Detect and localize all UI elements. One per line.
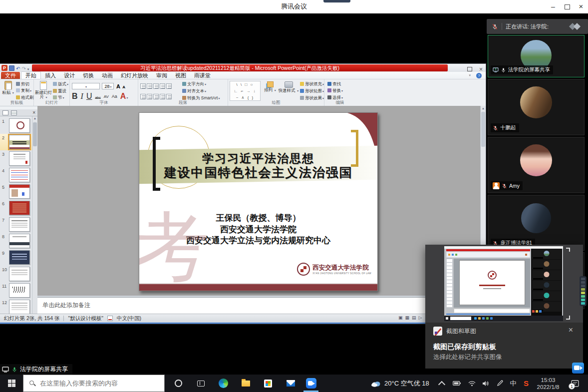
outline-tab-icon[interactable] xyxy=(11,110,17,115)
taskbar-clock[interactable]: 15:03 2022/1/8 xyxy=(532,375,564,392)
tab-animations[interactable]: 动画 xyxy=(98,72,117,79)
cortana-button[interactable] xyxy=(168,375,189,392)
language-indicator[interactable]: 中文(中国) xyxy=(117,315,141,322)
search-input[interactable] xyxy=(40,380,159,387)
slide-thumbnail-1[interactable]: 1 xyxy=(0,117,32,134)
meeting-collapsed-toolbar-tab[interactable] xyxy=(323,0,350,2)
slides-tab-icon[interactable] xyxy=(2,110,8,115)
tab-rain-classroom[interactable]: 雨课堂 xyxy=(190,72,215,79)
normal-view-icon[interactable] xyxy=(398,315,403,320)
tab-file[interactable]: 文件 xyxy=(1,72,20,79)
justify-icon[interactable] xyxy=(160,94,165,99)
floating-meeting-icon[interactable] xyxy=(572,363,584,374)
decrease-indent-icon[interactable] xyxy=(153,83,159,89)
toast-close-icon[interactable] xyxy=(569,326,573,335)
powerpoint-logo-icon[interactable]: P xyxy=(1,65,7,71)
speaker-icon[interactable] xyxy=(479,375,492,392)
save-icon[interactable] xyxy=(9,65,14,71)
start-button[interactable] xyxy=(0,375,23,392)
slide-thumbnail-5[interactable]: 5 xyxy=(0,183,32,200)
slide-thumbnail-7[interactable]: 7 xyxy=(0,216,32,233)
action-center-button[interactable]: 1 xyxy=(565,375,585,392)
spellcheck-icon[interactable] xyxy=(107,316,113,321)
maximize-button[interactable] xyxy=(560,0,574,13)
scrollbar-thumb[interactable] xyxy=(481,112,485,147)
line-spacing-icon[interactable] xyxy=(166,83,172,89)
find-button[interactable]: 查找 xyxy=(327,81,343,87)
participant-tile[interactable]: 十鹏起 xyxy=(488,79,585,135)
shrink-font-icon[interactable] xyxy=(122,81,125,90)
slide-canvas[interactable]: 学习习近平法治思想 建设中国特色社会主义法治强国 王保民（教授、博导） 西安交通… xyxy=(139,112,378,291)
scrollbar-thumb[interactable] xyxy=(33,122,37,146)
participant-tile-sharer[interactable]: 法学院的屏幕共享 xyxy=(488,35,585,77)
taskbar-search-box[interactable] xyxy=(23,375,165,392)
align-text-button[interactable]: 对齐文本 xyxy=(182,88,220,95)
slide-thumbnail-8[interactable]: 8 xyxy=(0,233,32,249)
change-case-icon[interactable]: Aa xyxy=(112,94,117,99)
screen-share-badge[interactable]: 法学院的屏幕共享 xyxy=(0,364,72,375)
tab-review[interactable]: 审阅 xyxy=(152,72,171,79)
layout-button[interactable]: 版式 xyxy=(53,81,68,88)
font-size-combobox[interactable]: 28 xyxy=(102,83,114,89)
tab-view[interactable]: 视图 xyxy=(171,72,190,79)
char-spacing-icon[interactable]: AV xyxy=(104,94,109,99)
slide-thumbnail-11[interactable]: 11 xyxy=(0,282,32,299)
undo-icon[interactable] xyxy=(16,63,20,72)
new-slide-button[interactable]: 新建幻灯片 xyxy=(35,81,52,100)
tab-slideshow[interactable]: 幻灯片放映 xyxy=(117,72,152,79)
pen-icon[interactable] xyxy=(493,375,506,392)
tab-home[interactable]: 开始 xyxy=(21,71,41,79)
tencent-meeting-taskbar-button[interactable] xyxy=(300,375,321,392)
help-icon[interactable] xyxy=(476,73,482,78)
tab-insert[interactable]: 插入 xyxy=(41,72,60,79)
slide-thumbnail-3[interactable]: 3 xyxy=(0,150,32,167)
align-left-icon[interactable] xyxy=(140,94,146,99)
font-name-combobox[interactable] xyxy=(72,83,100,89)
close-button[interactable] xyxy=(574,0,588,13)
replace-button[interactable]: 替换 xyxy=(327,87,343,94)
shape-outline-button[interactable]: 形状轮廓 xyxy=(300,88,324,95)
taskbar-weather[interactable]: 20°C 空气优 18 xyxy=(367,375,433,392)
battery-icon[interactable] xyxy=(450,375,463,392)
wifi-icon[interactable] xyxy=(465,375,478,392)
notes-pane[interactable]: 单击此处添加备注 xyxy=(37,297,480,314)
reset-button[interactable]: 重设 xyxy=(53,88,68,94)
slide-thumbnail-4[interactable]: 4 xyxy=(0,167,32,183)
tab-design[interactable]: 设计 xyxy=(60,72,79,79)
screenshot-toast[interactable]: 截图和草图 截图已保存到剪贴板 选择此处标记并共享图像 xyxy=(425,245,583,369)
bullets-icon[interactable] xyxy=(140,83,146,89)
participant-tile[interactable]: Amy xyxy=(488,137,585,193)
scroll-up-icon[interactable] xyxy=(32,117,37,120)
tab-transitions[interactable]: 切换 xyxy=(79,72,98,79)
align-center-icon[interactable] xyxy=(147,94,152,99)
cut-button[interactable]: 剪切 xyxy=(16,81,34,87)
ime-indicator[interactable]: 中 xyxy=(507,375,519,392)
task-view-button[interactable] xyxy=(190,375,211,392)
panel-close-icon[interactable] xyxy=(32,110,35,115)
panel-scrollbar[interactable] xyxy=(32,116,37,314)
shapes-gallery[interactable] xyxy=(230,81,261,101)
grow-font-icon[interactable] xyxy=(116,81,120,90)
scroll-up-icon[interactable] xyxy=(481,107,486,110)
slide-thumbnail-10[interactable]: 10 xyxy=(0,266,32,282)
screenshot-preview-image[interactable] xyxy=(444,246,563,321)
copy-button[interactable]: 复制 xyxy=(16,87,34,94)
ribbon-collapse-icon[interactable] xyxy=(469,73,471,77)
participant-tile[interactable]: 庞正博法学81 xyxy=(488,195,585,251)
arrange-button[interactable]: 排列 xyxy=(263,81,277,93)
minimize-button[interactable] xyxy=(546,0,560,13)
slide-thumbnail-6[interactable]: 6 xyxy=(0,200,32,216)
slide-thumbnail-12[interactable]: 12 xyxy=(0,299,32,315)
columns-icon[interactable] xyxy=(166,94,172,99)
increase-indent-icon[interactable] xyxy=(160,83,165,89)
edge-button[interactable] xyxy=(213,375,234,392)
file-explorer-button[interactable] xyxy=(235,375,256,392)
microsoft-store-button[interactable] xyxy=(258,375,279,392)
numbering-icon[interactable] xyxy=(147,83,152,89)
shape-fill-button[interactable]: 形状填充 xyxy=(300,81,324,88)
reading-view-icon[interactable] xyxy=(412,315,416,320)
tray-expand-chevron-icon[interactable] xyxy=(435,375,448,392)
slide-thumbnail-9[interactable]: 9 xyxy=(0,249,32,266)
text-direction-button[interactable]: 文字方向 xyxy=(182,81,220,88)
paste-button[interactable]: 粘贴 xyxy=(1,81,15,95)
